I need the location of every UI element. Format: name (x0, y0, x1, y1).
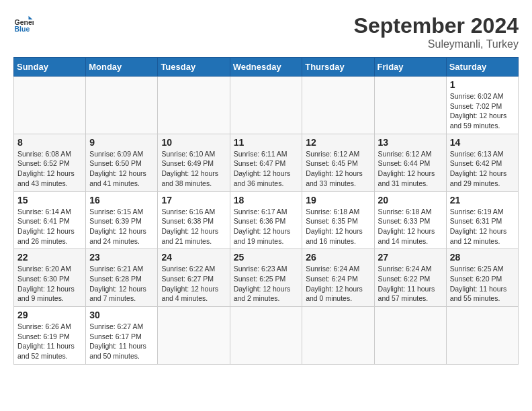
day-header-sunday: Sunday (14, 58, 86, 77)
calendar-cell (446, 307, 518, 365)
calendar-cell: 25Sunrise: 6:23 AMSunset: 6:25 PMDayligh… (230, 249, 302, 307)
calendar-cell (302, 77, 374, 134)
day-number: 13 (378, 137, 443, 148)
calendar-cell (14, 77, 86, 134)
day-number: 30 (89, 310, 154, 320)
calendar-cell (158, 307, 230, 365)
calendar-cell (86, 77, 158, 134)
calendar-cell (230, 307, 302, 365)
calendar-week-0: 1Sunrise: 6:02 AMSunset: 7:02 PMDaylight… (14, 77, 519, 134)
calendar-cell (302, 307, 374, 365)
calendar-cell: 26Sunrise: 6:24 AMSunset: 6:24 PMDayligh… (302, 249, 374, 307)
day-detail: Sunrise: 6:09 AMSunset: 6:50 PMDaylight:… (89, 149, 154, 189)
day-number: 23 (89, 252, 154, 263)
day-header-wednesday: Wednesday (230, 58, 302, 77)
calendar-cell: 27Sunrise: 6:24 AMSunset: 6:22 PMDayligh… (374, 249, 446, 307)
calendar-cell: 11Sunrise: 6:11 AMSunset: 6:47 PMDayligh… (230, 134, 302, 191)
day-header-thursday: Thursday (302, 58, 374, 77)
calendar-cell: 23Sunrise: 6:21 AMSunset: 6:28 PMDayligh… (86, 249, 158, 307)
day-header-monday: Monday (86, 58, 158, 77)
calendar-cell: 30Sunrise: 6:27 AMSunset: 6:17 PMDayligh… (86, 307, 158, 365)
calendar-cell: 19Sunrise: 6:18 AMSunset: 6:35 PMDayligh… (302, 191, 374, 249)
calendar-cell (230, 77, 302, 134)
calendar-cell: 17Sunrise: 6:16 AMSunset: 6:38 PMDayligh… (158, 191, 230, 249)
day-number: 28 (450, 252, 515, 263)
day-number: 10 (161, 137, 226, 148)
day-number: 27 (378, 252, 443, 263)
day-detail: Sunrise: 6:08 AMSunset: 6:52 PMDaylight:… (17, 149, 82, 189)
day-detail: Sunrise: 6:17 AMSunset: 6:36 PMDaylight:… (234, 207, 299, 246)
day-detail: Sunrise: 6:21 AMSunset: 6:28 PMDaylight:… (89, 264, 154, 304)
day-detail: Sunrise: 6:02 AMSunset: 7:02 PMDaylight:… (450, 91, 515, 131)
day-detail: Sunrise: 6:18 AMSunset: 6:33 PMDaylight:… (378, 207, 443, 246)
day-number: 8 (17, 137, 82, 148)
day-number: 9 (89, 137, 154, 148)
calendar-cell: 12Sunrise: 6:12 AMSunset: 6:45 PMDayligh… (302, 134, 374, 191)
calendar-cell: 29Sunrise: 6:26 AMSunset: 6:19 PMDayligh… (14, 307, 86, 365)
day-header-friday: Friday (374, 58, 446, 77)
calendar-cell: 20Sunrise: 6:18 AMSunset: 6:33 PMDayligh… (374, 191, 446, 249)
calendar-cell: 1Sunrise: 6:02 AMSunset: 7:02 PMDaylight… (446, 77, 518, 134)
calendar-cell (158, 77, 230, 134)
day-number: 17 (161, 195, 226, 205)
day-number: 14 (450, 137, 515, 148)
calendar-cell (374, 307, 446, 365)
calendar-cell: 18Sunrise: 6:17 AMSunset: 6:36 PMDayligh… (230, 191, 302, 249)
day-detail: Sunrise: 6:14 AMSunset: 6:41 PMDaylight:… (17, 207, 82, 246)
day-detail: Sunrise: 6:19 AMSunset: 6:31 PMDaylight:… (450, 207, 515, 246)
day-detail: Sunrise: 6:16 AMSunset: 6:38 PMDaylight:… (161, 207, 226, 246)
day-number: 20 (378, 195, 443, 205)
day-detail: Sunrise: 6:13 AMSunset: 6:42 PMDaylight:… (450, 149, 515, 189)
day-detail: Sunrise: 6:15 AMSunset: 6:39 PMDaylight:… (89, 207, 154, 246)
calendar-cell: 8Sunrise: 6:08 AMSunset: 6:52 PMDaylight… (14, 134, 86, 191)
logo-icon: General Blue (13, 13, 34, 34)
day-detail: Sunrise: 6:24 AMSunset: 6:24 PMDaylight:… (306, 264, 370, 304)
day-number: 19 (306, 195, 370, 205)
calendar-week-2: 15Sunrise: 6:14 AMSunset: 6:41 PMDayligh… (14, 191, 519, 249)
day-header-tuesday: Tuesday (158, 58, 230, 77)
day-header-saturday: Saturday (446, 58, 518, 77)
calendar-cell: 14Sunrise: 6:13 AMSunset: 6:42 PMDayligh… (446, 134, 518, 191)
calendar-cell: 28Sunrise: 6:25 AMSunset: 6:20 PMDayligh… (446, 249, 518, 307)
calendar-cell: 24Sunrise: 6:22 AMSunset: 6:27 PMDayligh… (158, 249, 230, 307)
day-number: 29 (17, 310, 82, 320)
calendar-week-3: 22Sunrise: 6:20 AMSunset: 6:30 PMDayligh… (14, 249, 519, 307)
calendar-cell (374, 77, 446, 134)
calendar-cell: 13Sunrise: 6:12 AMSunset: 6:44 PMDayligh… (374, 134, 446, 191)
day-number: 21 (450, 195, 515, 205)
header: General Blue September 2024 Suleymanli, … (13, 13, 519, 50)
day-detail: Sunrise: 6:23 AMSunset: 6:25 PMDaylight:… (234, 264, 299, 304)
day-number: 11 (234, 137, 299, 148)
day-number: 15 (17, 195, 82, 205)
calendar-cell: 16Sunrise: 6:15 AMSunset: 6:39 PMDayligh… (86, 191, 158, 249)
day-number: 26 (306, 252, 370, 263)
logo: General Blue (13, 13, 34, 34)
calendar-table: SundayMondayTuesdayWednesdayThursdayFrid… (13, 57, 519, 365)
calendar-cell: 22Sunrise: 6:20 AMSunset: 6:30 PMDayligh… (14, 249, 86, 307)
month-title: September 2024 (354, 13, 519, 38)
day-detail: Sunrise: 6:12 AMSunset: 6:44 PMDaylight:… (378, 149, 443, 189)
day-detail: Sunrise: 6:10 AMSunset: 6:49 PMDaylight:… (161, 149, 226, 189)
location-subtitle: Suleymanli, Turkey (354, 38, 519, 50)
day-detail: Sunrise: 6:11 AMSunset: 6:47 PMDaylight:… (234, 149, 299, 189)
day-detail: Sunrise: 6:20 AMSunset: 6:30 PMDaylight:… (17, 264, 82, 304)
day-detail: Sunrise: 6:12 AMSunset: 6:45 PMDaylight:… (306, 149, 370, 189)
day-number: 24 (161, 252, 226, 263)
day-number: 1 (450, 79, 515, 90)
day-number: 22 (17, 252, 82, 263)
calendar-cell: 21Sunrise: 6:19 AMSunset: 6:31 PMDayligh… (446, 191, 518, 249)
day-detail: Sunrise: 6:25 AMSunset: 6:20 PMDaylight:… (450, 264, 515, 304)
day-number: 16 (89, 195, 154, 205)
title-area: September 2024 Suleymanli, Turkey (354, 13, 519, 50)
day-detail: Sunrise: 6:26 AMSunset: 6:19 PMDaylight:… (17, 322, 82, 361)
calendar-cell: 9Sunrise: 6:09 AMSunset: 6:50 PMDaylight… (86, 134, 158, 191)
calendar-week-1: 8Sunrise: 6:08 AMSunset: 6:52 PMDaylight… (14, 134, 519, 191)
day-detail: Sunrise: 6:18 AMSunset: 6:35 PMDaylight:… (306, 207, 370, 246)
day-detail: Sunrise: 6:27 AMSunset: 6:17 PMDaylight:… (89, 322, 154, 361)
day-number: 12 (306, 137, 370, 148)
calendar-week-4: 29Sunrise: 6:26 AMSunset: 6:19 PMDayligh… (14, 307, 519, 365)
day-number: 18 (234, 195, 299, 205)
day-number: 25 (234, 252, 299, 263)
calendar-cell: 10Sunrise: 6:10 AMSunset: 6:49 PMDayligh… (158, 134, 230, 191)
svg-text:Blue: Blue (15, 25, 30, 33)
